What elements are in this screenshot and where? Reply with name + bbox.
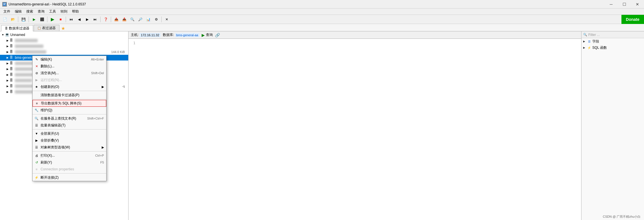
ctx-conn-props[interactable]: ≡ Connection properties <box>33 166 106 173</box>
toolbar-disconnect[interactable]: ⬛ <box>38 16 46 23</box>
toolbar-zoom[interactable]: 🔍 <box>129 16 136 23</box>
item5-toggle[interactable]: ▶ <box>6 67 9 71</box>
ctx-run-proc-label: 运行过程(N)... <box>41 78 62 82</box>
menu-query[interactable]: 查询 <box>35 9 47 15</box>
ctx-edit[interactable]: ✎ 编辑(K) Alt+Enter <box>33 56 106 63</box>
ctx-conn-props-icon: ≡ <box>34 167 39 171</box>
item7-toggle[interactable]: ▶ <box>6 79 9 82</box>
tree-item-1[interactable]: ▶ 🗄 <box>0 38 128 43</box>
item3-toggle[interactable]: ▶ <box>6 50 9 54</box>
menu-search[interactable]: 搜索 <box>24 9 35 15</box>
ctx-run-proc: ▶ 运行过程(N)... <box>33 76 106 83</box>
ctx-maintain[interactable]: 🔧 维护(Q) <box>33 107 106 114</box>
selected-toggle[interactable]: ▶ <box>6 56 9 59</box>
ctx-collapse-all[interactable]: ▶ 全部折叠(V) <box>33 137 106 144</box>
ctx-delete[interactable]: ✕ 删除(L)... <box>33 63 106 70</box>
menu-tools[interactable]: 工具 <box>47 9 58 15</box>
menu-edit[interactable]: 编辑 <box>13 9 24 15</box>
query-run-icon[interactable]: ▶ <box>202 33 205 37</box>
item2-toggle[interactable]: ▶ <box>6 45 9 48</box>
filter-icon: 🔍 <box>583 33 587 37</box>
root-toggle[interactable]: ▼ <box>1 33 5 37</box>
toolbar-grid[interactable]: 📊 <box>145 16 152 23</box>
ctx-truncate[interactable]: ⊘ 清空表(M)... Shift+Del <box>33 70 106 76</box>
fields-label: 字段 <box>592 39 599 44</box>
ctx-expand-all-icon: ▼ <box>34 131 39 136</box>
ctx-refresh-shortcut: F5 <box>100 161 104 164</box>
item6-toggle[interactable]: ▶ <box>6 73 9 76</box>
donate-button[interactable]: Donate <box>621 15 644 24</box>
toolbar-separator-1 <box>18 17 18 22</box>
external-link[interactable]: 🔗 <box>215 33 220 37</box>
ctx-bulk-editor-icon: ☰ <box>34 123 39 128</box>
ctx-bulk-editor[interactable]: ☰ 批量表编辑器(T) <box>33 122 106 129</box>
item1-label <box>15 39 38 42</box>
maximize-button[interactable]: ☐ <box>618 0 631 9</box>
toolbar-close[interactable]: ✕ <box>163 16 170 23</box>
svg-rect-1 <box>3 3 6 4</box>
toolbar-save[interactable]: 💾 <box>20 16 27 23</box>
toolbar-import[interactable]: 📥 <box>121 16 128 23</box>
ctx-export-sql-label: 导出数据库为 SQL 脚本(S) <box>41 101 81 106</box>
query-editor[interactable]: 1 <box>129 39 581 220</box>
ctx-tree-type[interactable]: ☰ 对象树类型选项(W) ▶ <box>33 144 106 151</box>
toolbar-separator-4 <box>66 17 66 22</box>
ctx-disconnect[interactable]: ⚡ 断开连接(Z) <box>33 174 106 181</box>
toolbar-search[interactable]: 🔎 <box>137 16 144 23</box>
ctx-delete-icon: ✕ <box>34 64 39 68</box>
item9-icon: 🗄 <box>10 90 14 94</box>
ctx-refresh[interactable]: ↺ 刷新(Y) F5 <box>33 159 106 166</box>
ctx-create-new-arrow: ▶ <box>102 85 104 89</box>
ctx-expand-all[interactable]: ▼ 全部展开(U) <box>33 130 106 137</box>
tab-db-filter[interactable]: 🗄 数据库过滤器 <box>1 25 33 31</box>
minimize-button[interactable]: ─ <box>605 0 618 9</box>
ctx-find-text[interactable]: 🔍 在服务器上查找文本(R) Shift+Ctrl+F <box>33 115 106 122</box>
toolbar-back[interactable]: ◀ <box>75 16 83 23</box>
toolbar-options[interactable]: ⚙ <box>153 16 160 23</box>
item3-size: 144.0 KiB <box>111 50 127 54</box>
ctx-create-new[interactable]: ★ 创建新的(O) ▶ <box>33 83 106 90</box>
item4-icon: 🗄 <box>10 61 14 65</box>
root-icon: 💻 <box>5 33 9 37</box>
ctx-find-text-label: 在服务器上查找文本(R) <box>41 116 76 121</box>
db-filter-icon: 🗄 <box>5 27 8 30</box>
ctx-clear-filter-label: 清除数据选项卡过滤器(P) <box>41 93 79 98</box>
toolbar-open[interactable]: 📂 <box>9 16 17 23</box>
toolbar-run[interactable]: ▶ <box>49 16 56 23</box>
sidebar-sql-functions[interactable]: ▶ ⚡ SQL 函数 <box>581 45 644 51</box>
ctx-clear-filter[interactable]: 清除数据选项卡过滤器(P) <box>33 92 106 98</box>
menu-help[interactable]: 帮助 <box>70 9 81 15</box>
toolbar-stop[interactable]: ■ <box>57 16 64 23</box>
item8-toggle[interactable]: ▶ <box>6 84 9 88</box>
sql-functions-toggle[interactable]: ▶ <box>583 46 587 49</box>
menu-goto[interactable]: 转到 <box>58 9 70 15</box>
toolbar-export[interactable]: 📤 <box>113 16 120 23</box>
bookmark-icon[interactable]: ★ <box>61 26 65 31</box>
tree-item-2[interactable]: ▶ 🗄 <box>0 43 128 49</box>
toolbar-help[interactable]: ❓ <box>102 16 109 23</box>
ctx-export-sql[interactable]: ≡ 导出数据库为 SQL 脚本(S) <box>33 100 106 107</box>
toolbar-new[interactable]: 📄 <box>1 16 9 23</box>
tree-item-3[interactable]: ▶ 🗄 144.0 KiB <box>0 49 128 55</box>
sidebar-fields[interactable]: ▶ ☰ 字段 <box>581 38 644 45</box>
item4-toggle[interactable]: ▶ <box>6 62 9 65</box>
close-button[interactable]: ✕ <box>631 0 644 9</box>
toolbar-prev[interactable]: ⏮ <box>67 16 75 23</box>
item9-toggle[interactable]: ▶ <box>6 90 9 94</box>
ctx-print[interactable]: 🖨 打印(X)... Ctrl+P <box>33 152 106 159</box>
toolbar-next[interactable]: ⏭ <box>91 16 99 23</box>
toolbar-connect[interactable]: ▶ <box>30 16 38 23</box>
filter-placeholder[interactable]: Filter ... <box>588 33 600 37</box>
menu-file[interactable]: 文件 <box>1 9 13 15</box>
tab-table-filter[interactable]: 📋 表过滤器 <box>34 25 59 31</box>
toolbar-fwd[interactable]: ▶ <box>83 16 91 23</box>
ctx-sep-1 <box>33 91 106 91</box>
ctx-disconnect-label: 断开连接(Z) <box>41 175 59 180</box>
item1-toggle[interactable]: ▶ <box>6 39 9 42</box>
tree-root[interactable]: ▼ 💻 Unnamed <box>0 32 128 38</box>
table-filter-icon: 📋 <box>37 27 41 30</box>
ctx-tree-type-arrow: ▶ <box>102 146 104 149</box>
fields-toggle[interactable]: ▶ <box>583 40 587 43</box>
right-sidebar: 🔍 Filter ... ▶ ☰ 字段 ▶ ⚡ SQL 函数 <box>581 31 644 220</box>
selected-icon: 🗄 <box>10 56 14 60</box>
